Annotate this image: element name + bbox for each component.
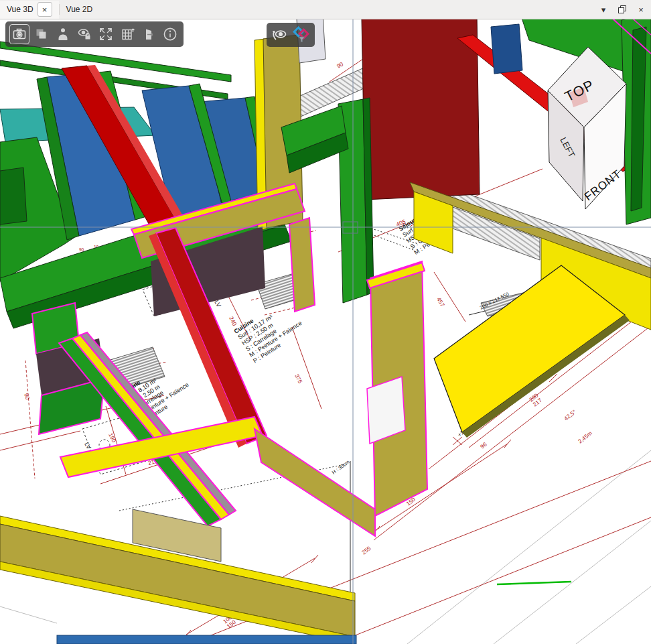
svg-text:255: 255 — [360, 545, 372, 556]
eye-lock-icon — [76, 26, 92, 42]
zoom-fit-button[interactable] — [96, 25, 115, 44]
3d-viewport[interactable]: CuisineSurf : 8,10 m²HSP : 2,50 mS : Car… — [0, 0, 651, 644]
scene-text: 200217 — [528, 392, 543, 408]
layers-tool-button[interactable] — [32, 25, 51, 44]
tab-vue-2d[interactable]: Vue 2D — [60, 1, 100, 19]
tab-vue-3d[interactable]: Vue 3D × — [0, 1, 59, 19]
scene-text: 96 — [479, 441, 488, 450]
main-toolbar — [5, 21, 184, 47]
scene-text: 457 — [435, 296, 446, 308]
camera-icon — [11, 26, 27, 42]
bottom-wall-band — [0, 509, 355, 644]
wall-green — [0, 168, 27, 224]
scene-text: 375 — [293, 373, 303, 384]
svg-text:LV: LV — [83, 441, 92, 450]
person-view-button[interactable] — [54, 25, 72, 44]
restore-window-button[interactable] — [613, 2, 631, 17]
building-levels-icon — [119, 26, 135, 42]
tab-label: Vue 3D — [7, 5, 33, 14]
expand-arrows-icon — [98, 26, 114, 42]
camera-tool-button[interactable] — [9, 24, 29, 44]
layers-icon — [33, 26, 50, 42]
eye-refresh-icon — [271, 26, 289, 44]
svg-text:H : 30cm: H : 30cm — [331, 459, 351, 476]
svg-text:375: 375 — [293, 373, 303, 384]
svg-text:457: 457 — [435, 296, 446, 308]
nav-cube[interactable]: TOP LEFT FRONT — [548, 47, 626, 209]
svg-text:90: 90 — [23, 393, 31, 401]
svg-text:90: 90 — [79, 247, 84, 252]
svg-text:240: 240 — [228, 315, 238, 326]
close-window-button[interactable]: × — [632, 2, 650, 17]
door-tool-button[interactable] — [139, 25, 158, 44]
filter-layers-button[interactable] — [292, 25, 311, 44]
eye-lock-button[interactable] — [75, 25, 94, 44]
scene-text: 255 — [360, 545, 372, 556]
scene-text: LV — [83, 441, 92, 450]
grid-highlight-line — [497, 582, 571, 584]
wall-olive — [255, 429, 375, 536]
cad-application-window: { "window": { "tabs": [ {"label": "Vue 3… — [0, 0, 651, 644]
scene-text: H : 30cm — [331, 459, 351, 476]
scene-text: 90 — [336, 60, 344, 70]
svg-text:96: 96 — [479, 441, 488, 450]
filter-links-icon — [293, 26, 310, 44]
tab-close-icon[interactable]: × — [38, 2, 52, 17]
wall-blue — [491, 24, 522, 74]
info-button[interactable] — [161, 25, 179, 44]
scene-text: 240 — [228, 315, 238, 326]
scene-text: 90 — [79, 247, 84, 252]
door-icon — [141, 26, 157, 42]
scene-text: 90 — [23, 393, 31, 401]
wall-maroon — [362, 15, 480, 200]
svg-text:200217: 200217 — [528, 392, 543, 408]
restore-icon — [618, 5, 627, 14]
tab-list-dropdown-button[interactable]: ▾ — [595, 2, 612, 17]
tab-label: Vue 2D — [66, 5, 93, 14]
svg-text:2,45m: 2,45m — [577, 430, 593, 444]
refresh-view-button[interactable] — [271, 25, 289, 44]
svg-text:42,5°: 42,5° — [563, 408, 577, 422]
info-icon — [162, 26, 178, 42]
view-toolbar — [267, 23, 315, 47]
scene-text: 2,45m — [577, 430, 593, 444]
person-icon — [55, 26, 71, 42]
svg-text:90: 90 — [336, 60, 344, 70]
wall-green — [0, 42, 231, 82]
tab-bar: Vue 3D × Vue 2D ▾ × — [0, 0, 651, 19]
bottom-blue-bar — [57, 635, 356, 644]
building-levels-button[interactable] — [118, 25, 137, 44]
scene-text: 42,5° — [563, 408, 577, 422]
